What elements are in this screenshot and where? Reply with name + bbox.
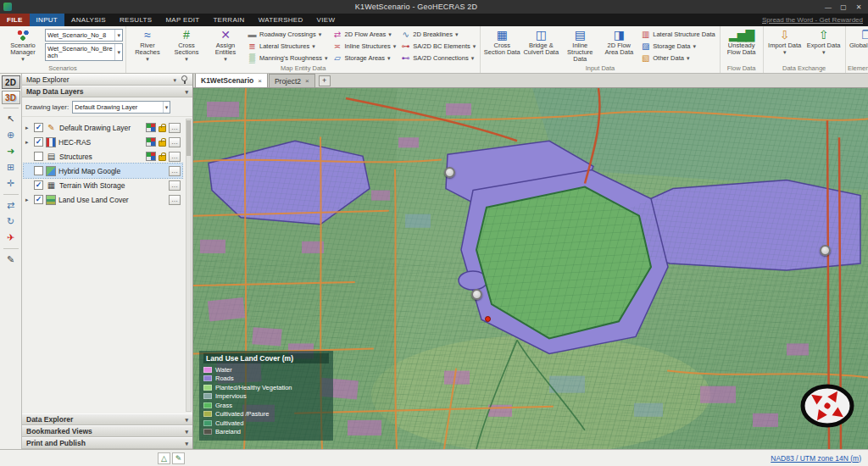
inline-structures-button[interactable]: ≍ Inline Structures (333, 41, 397, 52)
new-tab-button[interactable]: + (319, 75, 331, 86)
import-data-button[interactable]: ⇩ Import Data (766, 27, 804, 64)
bookmarked-views-section[interactable]: Bookmarked Views (22, 425, 192, 437)
menu-terrain[interactable]: TERRAIN (206, 14, 251, 26)
layer-style-swatch[interactable] (146, 152, 156, 161)
layer-checkbox[interactable] (34, 166, 43, 175)
tab-close-icon[interactable]: × (258, 77, 262, 85)
print-and-publish-section[interactable]: Print and Publish (22, 437, 192, 449)
more-options-button[interactable] (169, 123, 181, 133)
layer-checkbox[interactable]: ✓ (34, 195, 43, 204)
layer-row-land-use-land-cover[interactable]: ✓ Land Use Land Cover (24, 192, 182, 207)
expand-icon[interactable] (25, 197, 31, 203)
menu-analysis[interactable]: ANALYSIS (64, 14, 113, 26)
scenario-manager-button[interactable]: Scenario Manager (3, 27, 43, 64)
menu-results[interactable]: RESULTS (113, 14, 159, 26)
layer-style-swatch[interactable] (146, 123, 156, 132)
menu-input[interactable]: INPUT (30, 14, 65, 26)
export-data-button[interactable]: ⇧ Export Data (805, 27, 843, 64)
zoom-extents-tool-button[interactable]: ⊞ (3, 160, 19, 175)
2d-flow-area-data-button[interactable]: ◨ 2D Flow Area Data (600, 27, 637, 64)
menu-file[interactable]: FILE (0, 14, 30, 26)
close-button[interactable]: ✕ (851, 1, 866, 13)
sa2d-bc-elements-button[interactable]: ⊶ SA/2D BC Elements (401, 41, 476, 52)
expand-icon[interactable] (25, 125, 31, 131)
compass-rose[interactable] (800, 383, 854, 429)
layer-row-hybrid-map-google[interactable]: Hybrid Map Google (24, 164, 182, 178)
cross-sections-button[interactable]: # Cross Sections (168, 27, 205, 64)
pin-icon[interactable] (181, 75, 188, 84)
edit-mode-icon[interactable]: ✎ (172, 452, 185, 464)
tab-project2[interactable]: Project2 × (269, 74, 315, 87)
tab-k1wetscenario[interactable]: K1WetScenario × (195, 73, 268, 87)
more-options-button[interactable] (169, 137, 181, 147)
global-copy-button[interactable]: ❐ Global Copy (849, 27, 868, 64)
crs-link[interactable]: NAD83 / UTM zone 14N (m) (771, 454, 861, 463)
bridge-culvert-data-button[interactable]: ◫ Bridge & Culvert Data (522, 27, 559, 64)
map-canvas[interactable]: Land Use Land Cover (m) Water Roads Plan… (193, 88, 868, 449)
layer-row-structures[interactable]: ▤ Structures (24, 149, 182, 164)
map-data-layers-header[interactable]: Map Data Layers (22, 86, 192, 97)
roadway-crossings-button[interactable]: ▬ Roadway Crossings (248, 29, 328, 40)
2d-breaklines-button[interactable]: ∿ 2D Breaklines (401, 29, 476, 40)
refresh-tool-button[interactable]: ↻ (3, 214, 19, 229)
data-explorer-section[interactable]: Data Explorer (22, 413, 192, 425)
storage-data-button[interactable]: ▨ Storage Data (641, 41, 715, 52)
layer-checkbox[interactable]: ✓ (34, 137, 43, 147)
more-options-button[interactable] (169, 180, 181, 191)
drawing-layer-select[interactable]: Default Drawing Layer (72, 101, 170, 114)
lock-icon[interactable] (159, 126, 166, 132)
snap-mode-icon[interactable]: △ (158, 452, 170, 464)
2d-flow-areas-button[interactable]: ⇄ 2D Flow Areas (333, 29, 397, 40)
select-tool-button[interactable]: ↖ (3, 112, 19, 126)
sync-views-tool-button[interactable]: ⇄ (3, 198, 19, 213)
layer-checkbox[interactable] (34, 152, 43, 161)
mannings-roughness-button[interactable]: ▒ Manning's Roughness (248, 53, 328, 64)
map-marker[interactable] (471, 289, 482, 300)
menu-map-edit[interactable]: MAP EDIT (159, 14, 206, 26)
cross-section-data-button[interactable]: ▦ Cross Section Data (483, 27, 520, 64)
measure-tool-button[interactable]: ✎ (3, 252, 19, 267)
storage-areas-button[interactable]: ▱ Storage Areas (333, 53, 397, 64)
layer-style-swatch[interactable] (146, 137, 156, 147)
expand-icon[interactable] (25, 139, 31, 146)
layer-checkbox[interactable]: ✓ (34, 180, 43, 190)
layer-row-terrain-with-storage[interactable]: ✓ ▦ Terrain With Storage (24, 178, 182, 192)
maximize-button[interactable]: ▢ (836, 1, 851, 13)
map-explorer-header[interactable]: Map Explorer (22, 74, 192, 86)
layers-scrollbar[interactable] (186, 119, 192, 412)
lock-icon[interactable] (159, 141, 166, 147)
tab-close-icon[interactable]: × (305, 77, 309, 85)
flythrough-tool-button[interactable]: ✈ (3, 230, 19, 245)
promo-link[interactable]: Spread the Word - Get Rewarded (762, 16, 863, 24)
zoom-previous-tool-button[interactable]: ➜ (3, 144, 19, 158)
map-point-red[interactable] (485, 316, 491, 322)
scenario-combo-2[interactable]: Wet_Scenario_No_Breach (45, 43, 123, 61)
inline-structure-data-button[interactable]: ▤ Inline Structure Data (561, 27, 598, 64)
more-options-button[interactable] (169, 166, 181, 176)
zoom-in-tool-button[interactable]: ⊕ (3, 128, 19, 142)
map-marker[interactable] (820, 245, 831, 256)
more-options-button[interactable] (169, 152, 181, 162)
more-options-button[interactable] (169, 195, 181, 205)
lock-icon[interactable] (159, 155, 166, 161)
river-reaches-button[interactable]: ≈ River Reaches (129, 27, 166, 64)
menu-view[interactable]: VIEW (310, 14, 342, 26)
view-3d-button[interactable]: 3D (2, 91, 20, 104)
panel-menu-arrow-icon[interactable] (173, 75, 176, 84)
pan-tool-button[interactable]: ✛ (3, 176, 19, 191)
view-2d-button[interactable]: 2D (2, 75, 20, 89)
lateral-structures-button[interactable]: ≣ Lateral Structures (248, 41, 328, 52)
scenario-combo-1[interactable]: Wet_Scenario_No_8 (45, 29, 123, 42)
layer-checkbox[interactable]: ✓ (34, 123, 43, 132)
assign-entities-button[interactable]: ✕ Assign Entities (207, 27, 244, 64)
other-data-button[interactable]: ▧ Other Data (641, 53, 715, 64)
unsteady-flow-data-button[interactable]: ▂▅▇ Unsteady Flow Data (723, 27, 760, 64)
sa2d-connections-button[interactable]: ⊷ SA/2D Connections (401, 53, 476, 64)
layer-row-default-drawing-layer[interactable]: ✓ ✎ Default Drawing Layer (24, 120, 182, 135)
scrollbar-thumb[interactable] (186, 120, 191, 156)
minimize-button[interactable]: — (821, 1, 836, 13)
map-marker[interactable] (444, 167, 455, 178)
layer-row-hec-ras[interactable]: ✓ HEC-RAS (24, 135, 182, 149)
lateral-structure-data-button[interactable]: ▥ Lateral Structure Data (641, 29, 715, 40)
menu-watershed[interactable]: WATERSHED (252, 14, 310, 26)
